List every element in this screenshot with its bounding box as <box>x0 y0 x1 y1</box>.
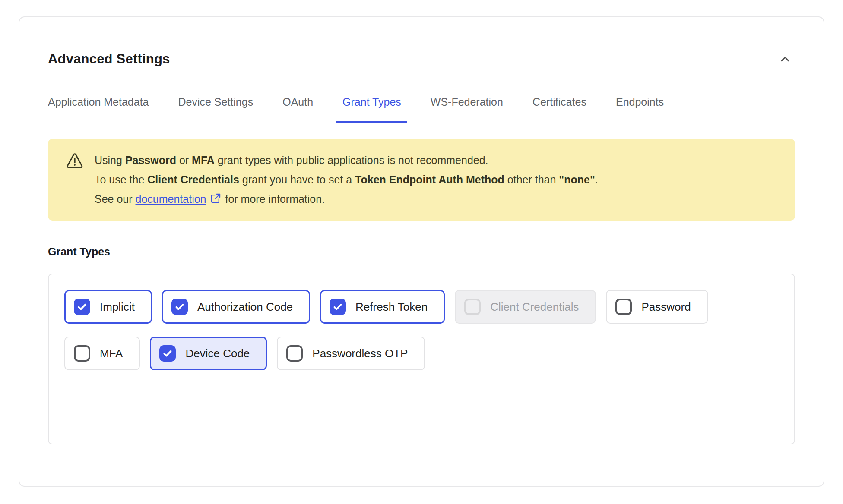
tab-bar: Application MetadataDevice SettingsOAuth… <box>42 96 795 123</box>
tab-application-metadata[interactable]: Application Metadata <box>42 96 155 123</box>
tab-certificates[interactable]: Certificates <box>526 96 593 123</box>
grant-types-heading: Grant Types <box>48 246 795 258</box>
banner-bold-text: MFA <box>192 154 215 166</box>
grant-type-label: Device Code <box>185 347 250 360</box>
warning-banner-text: Using Password or MFA grant types with p… <box>95 151 598 209</box>
grant-type-device-code[interactable]: Device Code <box>150 337 267 370</box>
grant-type-authorization-code[interactable]: Authorization Code <box>162 290 310 324</box>
grant-type-implicit[interactable]: Implicit <box>64 290 152 324</box>
grant-type-mfa[interactable]: MFA <box>64 337 140 370</box>
grant-type-label: Implicit <box>100 300 135 314</box>
checkbox-checked-icon[interactable] <box>330 299 346 315</box>
grant-type-label: Refresh Token <box>355 300 428 314</box>
grant-type-label: MFA <box>100 347 123 360</box>
banner-bold-text: Password <box>125 154 176 166</box>
grant-type-password[interactable]: Password <box>606 290 708 324</box>
warning-banner-line: To use the Client Credentials grant you … <box>95 170 598 189</box>
page-title: Advanced Settings <box>48 51 170 67</box>
warning-banner: Using Password or MFA grant types with p… <box>48 139 795 220</box>
card-header: Advanced Settings <box>48 49 795 69</box>
chevron-up-icon <box>778 61 792 68</box>
checkbox-checked-icon[interactable] <box>159 345 176 362</box>
checkbox-checked-icon[interactable] <box>74 299 90 315</box>
checkbox-unchecked-icon[interactable] <box>615 299 632 315</box>
tab-oauth[interactable]: OAuth <box>276 96 319 123</box>
banner-bold-text: Token Endpoint Auth Method <box>355 173 504 186</box>
external-link-icon[interactable] <box>210 192 222 204</box>
tab-ws-federation[interactable]: WS-Federation <box>425 96 509 123</box>
advanced-settings-card: Advanced Settings Application MetadataDe… <box>19 16 824 487</box>
checkbox-checked-icon[interactable] <box>171 299 188 315</box>
tab-device-settings[interactable]: Device Settings <box>172 96 259 123</box>
banner-bold-text: Client Credentials <box>147 173 239 186</box>
tab-grant-types[interactable]: Grant Types <box>336 96 407 123</box>
grant-type-label: Password <box>641 300 691 314</box>
grant-type-refresh-token[interactable]: Refresh Token <box>320 290 445 324</box>
warning-banner-line: See our documentation for more informati… <box>95 189 598 209</box>
grant-type-label: Authorization Code <box>197 300 293 314</box>
tab-endpoints[interactable]: Endpoints <box>610 96 670 123</box>
grant-type-client-credentials: Client Credentials <box>455 290 596 324</box>
checkbox-unchecked-icon <box>464 299 481 315</box>
checkbox-unchecked-icon[interactable] <box>286 345 303 362</box>
grant-type-passwordless-otp[interactable]: Passwordless OTP <box>277 337 425 370</box>
grant-type-label: Passwordless OTP <box>312 347 408 360</box>
grant-type-label: Client Credentials <box>490 300 579 314</box>
checkbox-unchecked-icon[interactable] <box>74 345 90 362</box>
banner-bold-text: "none" <box>559 173 595 186</box>
grant-types-group: ImplicitAuthorization CodeRefresh TokenC… <box>48 274 795 444</box>
collapse-section-button[interactable] <box>775 49 795 69</box>
warning-banner-line: Using Password or MFA grant types with p… <box>95 151 598 170</box>
documentation-link[interactable]: documentation <box>136 193 206 205</box>
warning-triangle-icon <box>65 152 84 170</box>
